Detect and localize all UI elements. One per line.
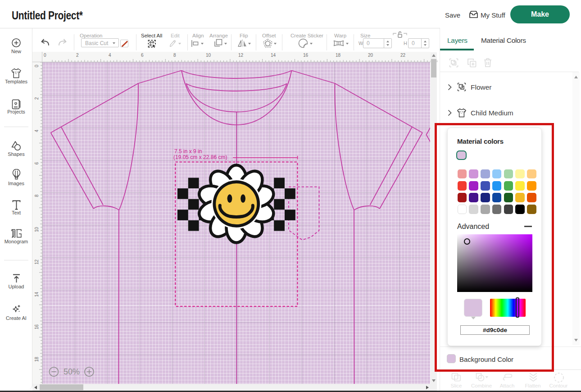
svg-text:(19.05 cm x 22.86 cm): (19.05 cm x 22.86 cm) xyxy=(173,154,227,160)
